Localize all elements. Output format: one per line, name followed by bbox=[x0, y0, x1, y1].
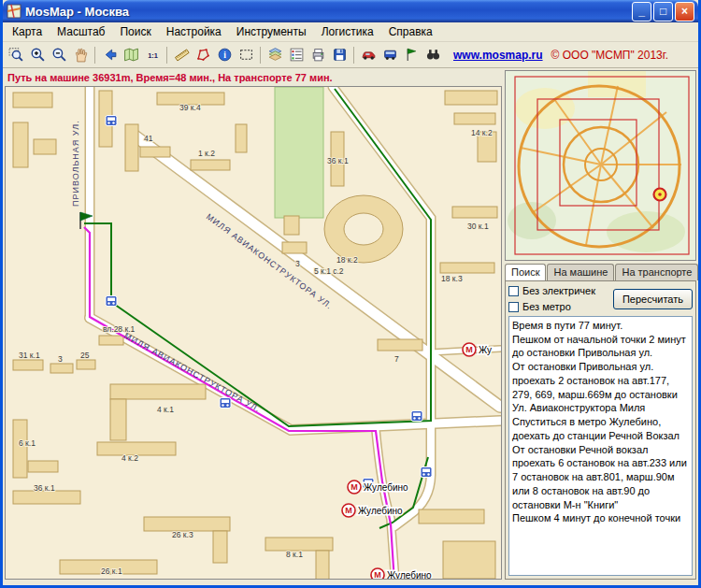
no-trains-label: Без электричек bbox=[522, 285, 595, 296]
menu-search[interactable]: Поиск bbox=[112, 22, 158, 41]
svg-text:Жулебино: Жулебино bbox=[364, 482, 408, 493]
svg-text:30 к.1: 30 к.1 bbox=[467, 222, 489, 231]
svg-text:36 к.1: 36 к.1 bbox=[327, 156, 349, 165]
menu-map[interactable]: Карта bbox=[5, 22, 50, 41]
start-flag-button[interactable] bbox=[401, 45, 422, 65]
toolbar: www.mosmap.ru © ООО "МСМП" 2013г. bbox=[3, 42, 698, 68]
menu-logistics[interactable]: Логистика bbox=[314, 22, 381, 41]
bus-route-button[interactable] bbox=[379, 45, 400, 65]
svg-text:18 к.2: 18 к.2 bbox=[336, 255, 358, 265]
car-route-button[interactable] bbox=[358, 45, 379, 65]
route-summary: Путь на машине 36931m, Время=48 мин., На… bbox=[5, 70, 502, 86]
maximize-button[interactable]: □ bbox=[653, 2, 673, 22]
menu-settings[interactable]: Настройка bbox=[159, 22, 229, 41]
tab-search[interactable]: Поиск bbox=[505, 264, 546, 280]
zoom-window-button[interactable] bbox=[6, 45, 26, 65]
title-bar: MosMap - Москва _ □ × bbox=[3, 0, 698, 22]
svg-text:3: 3 bbox=[58, 354, 63, 364]
overview-location-marker bbox=[654, 189, 666, 201]
app-icon bbox=[7, 4, 21, 19]
full-extent-button[interactable] bbox=[121, 45, 141, 65]
svg-text:вл.28 к.1: вл.28 к.1 bbox=[103, 324, 136, 334]
svg-text:ПРИВОЛЬНАЯ УЛ.: ПРИВОЛЬНАЯ УЛ. bbox=[71, 120, 80, 207]
pan-hand-button[interactable] bbox=[70, 45, 91, 65]
zoom-out-button[interactable] bbox=[49, 45, 69, 65]
no-trains-option[interactable]: Без электричек bbox=[508, 284, 595, 297]
find-binoculars-button[interactable] bbox=[422, 45, 443, 65]
transit-tab-panel: Без электричек Без метро Пересчитать Вре… bbox=[505, 280, 696, 580]
overview-map[interactable] bbox=[505, 70, 696, 261]
svg-text:39 к.4: 39 к.4 bbox=[179, 103, 201, 112]
svg-text:41: 41 bbox=[144, 134, 153, 143]
svg-text:3: 3 bbox=[295, 259, 300, 268]
svg-text:14 к.2: 14 к.2 bbox=[471, 128, 493, 137]
svg-text:36 к.1: 36 к.1 bbox=[34, 483, 55, 493]
svg-text:4 к.2: 4 к.2 bbox=[122, 453, 138, 463]
tab-by-transit[interactable]: На транспорте bbox=[615, 264, 698, 280]
main-content: Путь на машине 36931m, Время=48 мин., На… bbox=[3, 68, 698, 581]
svg-text:Жу: Жу bbox=[479, 345, 492, 355]
toolbar-separator bbox=[353, 47, 354, 64]
no-metro-label: Без метро bbox=[522, 301, 571, 312]
svg-text:5 к.1 с.2: 5 к.1 с.2 bbox=[314, 266, 344, 276]
no-trains-checkbox[interactable] bbox=[508, 286, 519, 296]
menu-scale[interactable]: Масштаб bbox=[50, 22, 112, 41]
svg-text:25: 25 bbox=[80, 351, 90, 360]
window-title: MosMap - Москва bbox=[25, 5, 628, 19]
ruler-button[interactable] bbox=[171, 45, 192, 65]
toolbar-separator bbox=[94, 47, 95, 64]
toolbar-separator bbox=[260, 47, 261, 64]
save-button[interactable] bbox=[329, 45, 350, 65]
svg-text:1 к.2: 1 к.2 bbox=[198, 149, 215, 158]
panel-tabs: Поиск На машине На транспорте bbox=[505, 264, 696, 280]
measure-area-button[interactable] bbox=[193, 45, 213, 65]
print-button[interactable] bbox=[308, 45, 328, 65]
no-metro-option[interactable]: Без метро bbox=[508, 300, 595, 313]
tab-by-car[interactable]: На машине bbox=[547, 264, 614, 280]
route-directions: Время в пути 77 минут. Пешком от начальн… bbox=[508, 316, 693, 576]
svg-text:8 к.1: 8 к.1 bbox=[286, 550, 303, 559]
no-metro-checkbox[interactable] bbox=[508, 302, 519, 312]
select-area-button[interactable] bbox=[236, 45, 256, 65]
svg-text:6 к.1: 6 к.1 bbox=[19, 438, 36, 448]
copyright-text: © ООО "МСМП" 2013г. bbox=[551, 49, 668, 62]
recalculate-button[interactable]: Пересчитать bbox=[613, 289, 693, 309]
svg-text:Жулебино: Жулебино bbox=[387, 570, 432, 580]
park-area bbox=[275, 87, 323, 218]
svg-text:Жулебино: Жулебино bbox=[358, 506, 403, 516]
scale-button[interactable] bbox=[142, 45, 163, 65]
layers-button[interactable] bbox=[265, 45, 285, 65]
svg-text:26 к.3: 26 к.3 bbox=[172, 530, 193, 539]
map-canvas[interactable]: М Жулебино Жулебино bbox=[5, 86, 502, 580]
menu-tools[interactable]: Инструменты bbox=[229, 22, 314, 41]
app-window: MosMap - Москва _ □ × Карта Масштаб Поис… bbox=[0, 0, 701, 588]
object-info-button[interactable] bbox=[214, 45, 235, 65]
toolbar-separator bbox=[166, 47, 167, 64]
previous-view-button[interactable] bbox=[99, 45, 120, 65]
svg-text:18 к.3: 18 к.3 bbox=[441, 274, 463, 283]
svg-text:31 к.1: 31 к.1 bbox=[19, 351, 40, 360]
minimize-button[interactable]: _ bbox=[632, 2, 651, 22]
legend-button[interactable] bbox=[286, 45, 307, 65]
close-button[interactable]: × bbox=[675, 2, 694, 22]
menu-bar: Карта Масштаб Поиск Настройка Инструмент… bbox=[3, 22, 698, 42]
svg-text:7: 7 bbox=[394, 354, 399, 364]
svg-text:4 к.1: 4 к.1 bbox=[157, 405, 174, 414]
menu-help[interactable]: Справка bbox=[381, 22, 440, 41]
zoom-in-button[interactable] bbox=[27, 45, 48, 65]
svg-text:26 к.1: 26 к.1 bbox=[101, 566, 122, 576]
mosmap-link[interactable]: www.mosmap.ru bbox=[453, 49, 543, 62]
